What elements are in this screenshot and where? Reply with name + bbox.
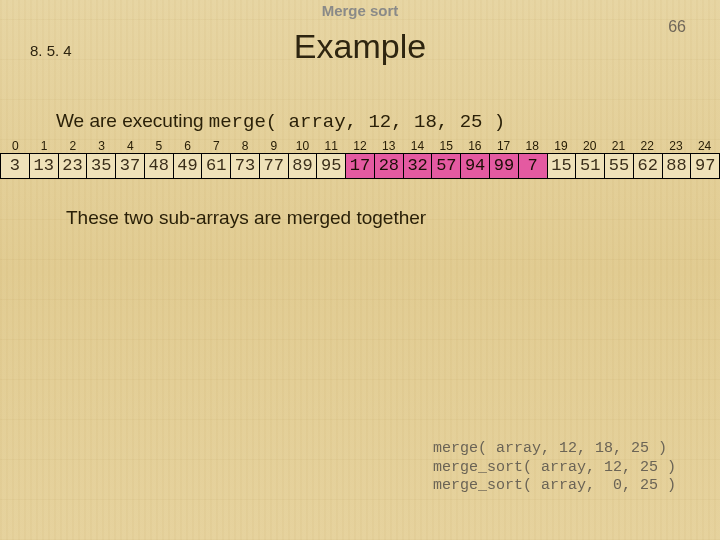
- array-index: 20: [575, 139, 604, 153]
- array-cell: 13: [30, 153, 59, 179]
- section-number: 8. 5. 4: [30, 42, 72, 59]
- array-cell: 62: [634, 153, 663, 179]
- array-cell: 61: [202, 153, 231, 179]
- array-cell: 97: [691, 153, 720, 179]
- array-index: 24: [690, 139, 719, 153]
- body-line-1-code: merge( array, 12, 18, 25 ): [209, 111, 505, 133]
- array-cell: 88: [663, 153, 692, 179]
- array-index: 4: [116, 139, 145, 153]
- array-index: 5: [145, 139, 174, 153]
- array-index: 12: [346, 139, 375, 153]
- array-index: 21: [604, 139, 633, 153]
- array-cell: 49: [174, 153, 203, 179]
- array-index: 1: [30, 139, 59, 153]
- body-line-2: These two sub-arrays are merged together: [66, 207, 720, 229]
- array-index: 14: [403, 139, 432, 153]
- array-cell: 89: [289, 153, 318, 179]
- array-cell: 73: [231, 153, 260, 179]
- array-index: 10: [288, 139, 317, 153]
- array-cell: 77: [260, 153, 289, 179]
- array-index: 3: [87, 139, 116, 153]
- array-index-row: 0123456789101112131415161718192021222324: [0, 139, 720, 153]
- body-line-1: We are executing merge( array, 12, 18, 2…: [56, 110, 720, 133]
- array-cell: 15: [548, 153, 577, 179]
- array-cell: 28: [375, 153, 404, 179]
- array-index: 17: [489, 139, 518, 153]
- topic-label: Merge sort: [0, 0, 720, 19]
- array-index: 22: [633, 139, 662, 153]
- array-cell: 95: [317, 153, 346, 179]
- array-cell: 94: [461, 153, 490, 179]
- array-cell: 37: [116, 153, 145, 179]
- slide-title: Example: [0, 27, 720, 66]
- array-cell: 32: [404, 153, 433, 179]
- array-cell: 55: [605, 153, 634, 179]
- array-index: 6: [173, 139, 202, 153]
- array-cell: 57: [432, 153, 461, 179]
- array-cell: 48: [145, 153, 174, 179]
- array-cell: 7: [519, 153, 548, 179]
- array-cell: 23: [59, 153, 88, 179]
- array-index: 9: [259, 139, 288, 153]
- array-value-row: 3132335374849617377899517283257949971551…: [0, 153, 720, 179]
- array-cell: 51: [576, 153, 605, 179]
- call-stack: merge( array, 12, 18, 25 ) merge_sort( a…: [433, 440, 676, 496]
- array-cell: 99: [490, 153, 519, 179]
- array-cell: 17: [346, 153, 375, 179]
- array-cell: 3: [1, 153, 30, 179]
- array-cell: 35: [87, 153, 116, 179]
- slide-number: 66: [668, 18, 686, 36]
- array-index: 18: [518, 139, 547, 153]
- array-index: 7: [202, 139, 231, 153]
- array-index: 0: [1, 139, 30, 153]
- array-index: 13: [374, 139, 403, 153]
- array-index: 19: [547, 139, 576, 153]
- array-index: 11: [317, 139, 346, 153]
- array-index: 8: [231, 139, 260, 153]
- array-index: 23: [662, 139, 691, 153]
- body-line-1-text: We are executing: [56, 110, 209, 131]
- array-index: 16: [461, 139, 490, 153]
- array-index: 2: [58, 139, 87, 153]
- array-index: 15: [432, 139, 461, 153]
